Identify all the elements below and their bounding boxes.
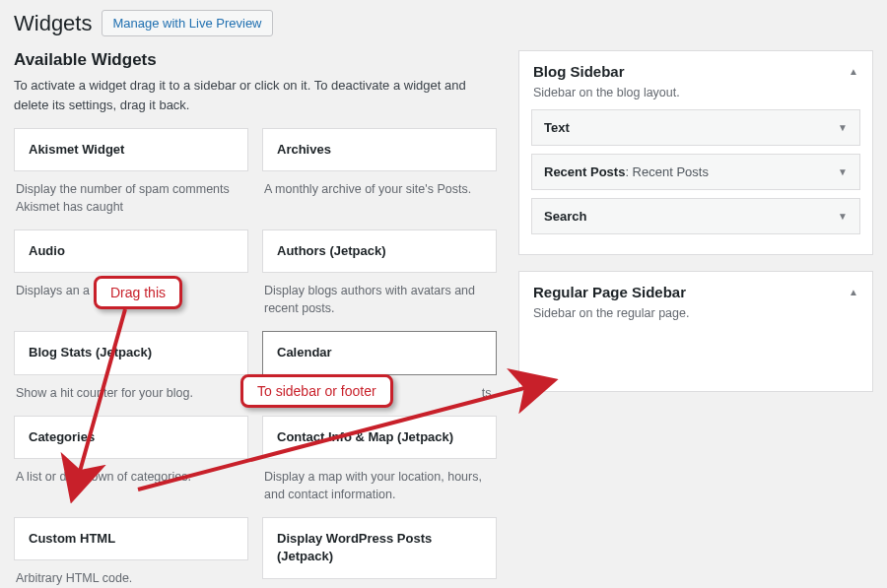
sidebar-area-title: Blog Sidebar — [533, 63, 625, 80]
widget-custom-html[interactable]: Custom HTML Arbitrary HTML code. — [14, 517, 248, 588]
widget-title[interactable]: Calendar — [262, 331, 497, 374]
annotation-drag-this: Drag this — [94, 276, 182, 309]
widget-categories[interactable]: Categories A list or dropdown of categor… — [14, 416, 248, 503]
caret-down-icon: ▼ — [838, 211, 848, 222]
annotation-to-sidebar: To sidebar or footer — [240, 374, 393, 408]
sidebar-area-description: Sidebar on the blog layout. — [519, 86, 872, 109]
widget-title[interactable]: Contact Info & Map (Jetpack) — [262, 416, 497, 459]
caret-down-icon: ▼ — [838, 122, 848, 133]
sidebar-area-blog: Blog Sidebar ▲ Sidebar on the blog layou… — [518, 50, 873, 255]
widget-description: Displays a list of recent posts from ano… — [262, 579, 497, 588]
widget-title[interactable]: Authors (Jetpack) — [262, 229, 497, 273]
widget-title[interactable]: Display WordPress Posts (Jetpack) — [262, 517, 497, 578]
available-widgets-column: Available Widgets To activate a widget d… — [14, 50, 497, 588]
placed-widget-label: Text — [544, 120, 570, 135]
manage-live-preview-button[interactable]: Manage with Live Preview — [102, 10, 272, 36]
sidebar-area-description: Sidebar on the regular page. — [519, 306, 872, 330]
widget-description: Display a map with your location, hours,… — [262, 459, 497, 503]
widget-description: A monthly archive of your site's Posts. — [262, 171, 497, 199]
widget-title[interactable]: Akismet Widget — [14, 128, 248, 171]
caret-up-icon: ▲ — [849, 287, 858, 297]
sidebar-area-title: Regular Page Sidebar — [533, 284, 686, 300]
widget-title[interactable]: Categories — [14, 416, 248, 459]
placed-widget-label: Search — [544, 209, 586, 224]
caret-up-icon: ▲ — [849, 66, 858, 77]
caret-down-icon: ▼ — [838, 166, 848, 177]
sidebar-areas-column: Blog Sidebar ▲ Sidebar on the blog layou… — [518, 50, 873, 588]
widget-description: A list or dropdown of categories. — [14, 459, 248, 487]
widget-description: Arbitrary HTML code. — [14, 560, 248, 588]
available-widgets-description: To activate a widget drag it to a sideba… — [14, 76, 497, 114]
widget-akismet[interactable]: Akismet Widget Display the number of spa… — [14, 128, 248, 216]
widget-title[interactable]: Custom HTML — [14, 517, 248, 560]
widget-contact-info-map-jetpack[interactable]: Contact Info & Map (Jetpack) Display a m… — [262, 416, 497, 503]
widget-authors-jetpack[interactable]: Authors (Jetpack) Display blogs authors … — [262, 229, 497, 317]
widget-description: Show a hit counter for your blog. — [14, 375, 248, 403]
widget-blog-stats-jetpack[interactable]: Blog Stats (Jetpack) Show a hit counter … — [14, 331, 248, 402]
page-header: Widgets Manage with Live Preview — [14, 10, 873, 36]
sidebar-area-toggle[interactable]: Regular Page Sidebar ▲ — [519, 272, 872, 306]
sidebar-area-toggle[interactable]: Blog Sidebar ▲ — [519, 51, 872, 86]
page-title: Widgets — [14, 11, 92, 36]
placed-widget-text[interactable]: Text ▼ — [531, 109, 860, 146]
available-widgets-title: Available Widgets — [14, 50, 497, 70]
placed-widget-recent-posts[interactable]: Recent Posts: Recent Posts ▼ — [531, 154, 860, 190]
sidebar-drop-zone[interactable] — [519, 330, 872, 379]
widget-title[interactable]: Audio — [14, 229, 248, 273]
placed-widget-search[interactable]: Search ▼ — [531, 198, 860, 234]
widget-description: Display blogs authors with avatars and r… — [262, 273, 497, 317]
widget-display-wordpress-posts-jetpack[interactable]: Display WordPress Posts (Jetpack) Displa… — [262, 517, 497, 588]
placed-widget-label: Recent Posts — [544, 164, 625, 179]
widget-description: Display the number of spam comments Akis… — [14, 171, 248, 216]
sidebar-area-regular-page: Regular Page Sidebar ▲ Sidebar on the re… — [518, 271, 873, 392]
widget-title[interactable]: Blog Stats (Jetpack) — [14, 331, 248, 374]
widget-title[interactable]: Archives — [262, 128, 497, 171]
widget-archives[interactable]: Archives A monthly archive of your site'… — [262, 128, 497, 216]
placed-widget-sub: : Recent Posts — [625, 164, 709, 179]
